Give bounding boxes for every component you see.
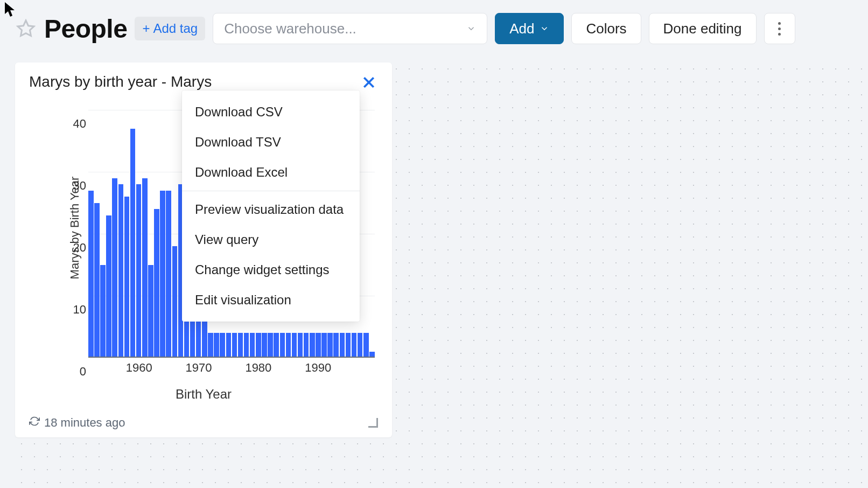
y-tick: 40 bbox=[61, 117, 86, 131]
plus-icon: + bbox=[142, 22, 150, 35]
bar[interactable] bbox=[321, 333, 327, 358]
bar[interactable] bbox=[124, 197, 130, 358]
add-tag-button[interactable]: + Add tag bbox=[135, 17, 205, 40]
menu-change-settings[interactable]: Change widget settings bbox=[182, 255, 360, 285]
x-axis-label: Birth Year bbox=[176, 387, 232, 402]
bar[interactable] bbox=[172, 246, 178, 358]
menu-view-query[interactable]: View query bbox=[182, 225, 360, 255]
x-tick: 1970 bbox=[186, 361, 212, 375]
dashboard-canvas: Marys by birth year - Marys Marys by Bir… bbox=[15, 62, 868, 488]
x-axis-ticks: 1960197019801990 bbox=[88, 361, 375, 377]
y-axis-ticks: 010203040 bbox=[61, 110, 86, 358]
bar[interactable] bbox=[130, 129, 136, 358]
bar[interactable] bbox=[262, 333, 267, 358]
kebab-icon bbox=[778, 22, 781, 36]
bar[interactable] bbox=[226, 333, 232, 358]
bar[interactable] bbox=[244, 333, 249, 358]
done-editing-button[interactable]: Done editing bbox=[649, 13, 757, 44]
bar[interactable] bbox=[232, 333, 237, 358]
bar[interactable] bbox=[327, 333, 333, 358]
y-tick: 0 bbox=[61, 365, 86, 379]
bar[interactable] bbox=[112, 178, 117, 358]
warehouse-select[interactable]: Choose warehouse... bbox=[213, 13, 487, 44]
bar[interactable] bbox=[160, 191, 165, 358]
favorite-star-button[interactable] bbox=[15, 18, 37, 39]
bar[interactable] bbox=[208, 333, 213, 358]
bar[interactable] bbox=[310, 333, 315, 358]
add-button-label: Add bbox=[509, 20, 534, 37]
bar[interactable] bbox=[280, 333, 285, 358]
menu-separator bbox=[182, 191, 360, 191]
menu-download-excel[interactable]: Download Excel bbox=[182, 157, 360, 187]
bar[interactable] bbox=[136, 184, 142, 358]
close-icon[interactable] bbox=[360, 73, 378, 94]
page-title: People bbox=[44, 14, 127, 44]
bar[interactable] bbox=[88, 191, 94, 358]
bar[interactable] bbox=[346, 333, 351, 358]
menu-download-csv[interactable]: Download CSV bbox=[182, 97, 360, 127]
widget-card: Marys by birth year - Marys Marys by Bir… bbox=[15, 62, 392, 437]
bar[interactable] bbox=[220, 333, 225, 358]
y-tick: 20 bbox=[61, 241, 86, 255]
refresh-text: 18 minutes ago bbox=[44, 416, 125, 430]
colors-button[interactable]: Colors bbox=[571, 13, 641, 44]
y-tick: 30 bbox=[61, 179, 86, 193]
add-button[interactable]: Add bbox=[495, 13, 564, 44]
x-tick: 1990 bbox=[305, 361, 331, 375]
x-tick: 1980 bbox=[245, 361, 271, 375]
bar[interactable] bbox=[100, 265, 106, 358]
y-tick: 10 bbox=[61, 303, 86, 317]
done-editing-label: Done editing bbox=[663, 20, 742, 37]
x-tick: 1960 bbox=[126, 361, 152, 375]
bar[interactable] bbox=[340, 333, 345, 358]
widget-context-menu: Download CSV Download TSV Download Excel… bbox=[182, 90, 360, 322]
svg-marker-0 bbox=[18, 20, 34, 36]
chevron-down-icon bbox=[466, 20, 476, 37]
resize-handle[interactable] bbox=[368, 418, 378, 428]
refresh-timestamp[interactable]: 18 minutes ago bbox=[29, 416, 125, 430]
colors-button-label: Colors bbox=[586, 20, 626, 37]
bar[interactable] bbox=[274, 333, 279, 358]
bar[interactable] bbox=[304, 333, 309, 358]
bar[interactable] bbox=[166, 191, 171, 358]
bar[interactable] bbox=[316, 333, 321, 358]
warehouse-placeholder: Choose warehouse... bbox=[224, 20, 356, 37]
bar[interactable] bbox=[352, 333, 357, 358]
bar[interactable] bbox=[358, 333, 363, 358]
menu-preview-data[interactable]: Preview visualization data bbox=[182, 194, 360, 225]
bar[interactable] bbox=[268, 333, 273, 358]
bar[interactable] bbox=[292, 333, 297, 358]
bar[interactable] bbox=[286, 333, 291, 358]
bar[interactable] bbox=[148, 265, 153, 358]
header-bar: People + Add tag Choose warehouse... Add… bbox=[0, 0, 868, 57]
chevron-down-icon bbox=[540, 20, 549, 37]
bar[interactable] bbox=[106, 215, 111, 358]
card-title: Marys by birth year - Marys bbox=[29, 73, 212, 90]
bar[interactable] bbox=[154, 209, 159, 358]
bar[interactable] bbox=[298, 333, 303, 358]
refresh-icon bbox=[29, 416, 40, 430]
overflow-menu-button[interactable] bbox=[764, 13, 795, 44]
bar[interactable] bbox=[238, 333, 243, 358]
bar[interactable] bbox=[363, 333, 369, 358]
bar[interactable] bbox=[214, 333, 219, 358]
bar[interactable] bbox=[94, 203, 100, 358]
bar[interactable] bbox=[250, 333, 255, 358]
bar[interactable] bbox=[333, 333, 339, 358]
add-tag-label: Add tag bbox=[153, 21, 198, 36]
menu-edit-visualization[interactable]: Edit visualization bbox=[182, 285, 360, 315]
bar[interactable] bbox=[256, 333, 261, 358]
bar[interactable] bbox=[118, 184, 124, 358]
menu-download-tsv[interactable]: Download TSV bbox=[182, 127, 360, 157]
bar[interactable] bbox=[142, 178, 148, 358]
